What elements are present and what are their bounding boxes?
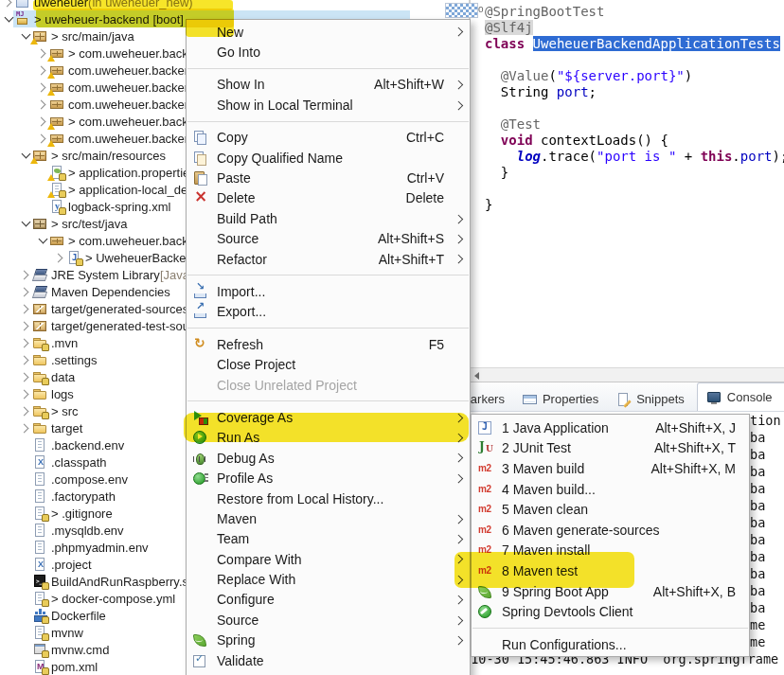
menu-item-compare-with[interactable]: Compare With: [187, 549, 470, 569]
menu-item-3-maven-build[interactable]: 3 Maven buildAlt+Shift+X, M: [472, 458, 749, 479]
chevron-collapsed-icon[interactable]: [19, 323, 32, 329]
menu-item-2-junit-test[interactable]: 2 JUnit TestAlt+Shift+X, T: [472, 438, 749, 459]
m2-icon: [477, 523, 493, 538]
editor-horizontal-scrollbar[interactable]: [469, 367, 784, 382]
chevron-collapsed-icon[interactable]: [19, 340, 32, 346]
properties-file-icon: [49, 165, 65, 180]
menu-item-show-in-local-terminal[interactable]: Show in Local Terminal: [187, 95, 470, 115]
tree-item-label: .compose.env: [51, 472, 128, 487]
lock-overlay-icon: [42, 616, 49, 624]
menu-item-source[interactable]: Source: [187, 610, 470, 630]
menu-separator: [187, 670, 470, 675]
menu-item-profile-as[interactable]: Profile As: [187, 468, 470, 488]
menu-item-team[interactable]: Team: [187, 529, 470, 549]
m2-icon: [477, 461, 493, 476]
yml-file-icon: [49, 199, 65, 214]
submenu-arrow-icon: [453, 236, 465, 242]
code-token: this: [701, 149, 733, 164]
tree-item-label: > com.uweheuer.back: [68, 115, 188, 129]
code-area[interactable]: @SpringBootTest@Slf4jclass UweheuerBacke…: [485, 4, 784, 213]
menu-item-accelerator: Ctrl+V: [407, 170, 444, 186]
menu-item-coverage-as[interactable]: Coverage As: [187, 407, 470, 427]
chevron-collapsed-icon[interactable]: [19, 357, 32, 364]
chevron-collapsed-icon[interactable]: [19, 391, 32, 398]
spring-leaf-icon: [192, 632, 208, 648]
chevron-expanded-icon[interactable]: [19, 222, 32, 225]
menu-item-go-into[interactable]: Go Into: [187, 42, 470, 62]
menu-item-restore-from-local-history[interactable]: Restore from Local History...: [187, 488, 470, 508]
java-editor[interactable]: @SpringBootTest@Slf4jclass UweheuerBacke…: [469, 0, 784, 367]
menu-item-label: Profile As: [217, 471, 453, 486]
chevron-expanded-icon[interactable]: [36, 239, 49, 242]
menu-item-refactor[interactable]: RefactorAlt+Shift+T: [187, 249, 470, 269]
tree-item-label: > docker-compose.yml: [51, 592, 175, 606]
lock-overlay-icon: [42, 412, 49, 419]
tree-item-label: > application.propertie: [68, 166, 189, 180]
tree-item-label: JRE System Library: [51, 268, 160, 282]
menu-item-9-spring-boot-app[interactable]: 9 Spring Boot AppAlt+Shift+X, B: [472, 581, 749, 602]
menu-item-source[interactable]: SourceAlt+Shift+S: [187, 229, 470, 249]
chevron-collapsed-icon[interactable]: [2, 0, 15, 6]
tree-item-label: .backend.env: [51, 438, 124, 453]
menu-item-copy[interactable]: CopyCtrl+C: [187, 128, 470, 148]
tree-item-label: BuildAndRunRaspberry.sh: [51, 575, 195, 589]
tab-label: Snippets: [636, 392, 685, 406]
chevron-collapsed-icon[interactable]: [19, 306, 32, 312]
tab-label: Console: [727, 390, 773, 404]
menu-item-show-in[interactable]: Show InAlt+Shift+W: [187, 75, 470, 95]
menu-item-label: Replace With: [217, 572, 453, 587]
menu-item-refresh[interactable]: RefreshF5: [187, 334, 470, 354]
menu-item-1-java-application[interactable]: 1 Java ApplicationAlt+Shift+X, J: [472, 417, 749, 438]
menu-item-delete[interactable]: DeleteDelete: [187, 188, 470, 208]
tree-item-label: pom.xml: [51, 660, 98, 674]
menu-item-label: Go Into: [217, 44, 453, 60]
tab-properties[interactable]: Properties: [513, 387, 607, 411]
menu-item-run-as[interactable]: Run As: [187, 428, 470, 448]
chevron-collapsed-icon[interactable]: [19, 289, 32, 295]
menu-item-copy-qualified-name[interactable]: Copy Qualified Name: [187, 148, 470, 168]
scroll-left-arrow-icon[interactable]: [474, 372, 479, 380]
code-token: }: [485, 197, 492, 212]
delete-icon: [192, 190, 208, 205]
menu-item-maven[interactable]: Maven: [187, 508, 470, 528]
menu-item-4-maven-build[interactable]: 4 Maven build...: [472, 479, 749, 500]
menu-item-label: Run Configurations...: [502, 637, 744, 652]
menu-item-5-maven-clean[interactable]: 5 Maven clean: [472, 499, 749, 520]
menu-item-debug-as[interactable]: Debug As: [187, 448, 470, 468]
menu-item-new[interactable]: New: [187, 22, 470, 42]
menu-icon-placeholder: [192, 357, 213, 372]
menu-item-import[interactable]: Import...: [187, 281, 470, 301]
menu-item-close-project[interactable]: Close Project: [187, 354, 470, 374]
chevron-expanded-icon[interactable]: [2, 17, 15, 21]
chevron-collapsed-icon[interactable]: [36, 101, 49, 108]
menu-item-6-maven-generate-sources[interactable]: 6 Maven generate-sources: [472, 520, 749, 541]
menu-item-spring[interactable]: Spring: [187, 631, 470, 650]
menu-item-spring-devtools-client[interactable]: Spring Devtools Client: [472, 601, 749, 622]
menu-item-7-maven-install[interactable]: 7 Maven install: [472, 541, 749, 561]
lock-overlay-icon: [42, 633, 49, 641]
menu-item-replace-with[interactable]: Replace With: [187, 569, 470, 589]
menu-item-configure[interactable]: Configure: [187, 590, 470, 610]
submenu-arrow-icon: [453, 435, 465, 441]
tab-snippets[interactable]: Snippets: [607, 387, 693, 411]
chevron-collapsed-icon[interactable]: [19, 374, 32, 381]
menu-item-paste[interactable]: PasteCtrl+V: [187, 168, 470, 187]
menu-item-validate[interactable]: Validate: [187, 650, 470, 670]
menu-item-run-configurations[interactable]: Run Configurations...: [472, 634, 749, 655]
menu-item-8-maven-test[interactable]: 8 Maven test: [472, 560, 749, 581]
tree-item-uweheuer[interactable]: uweheuer (in uweheuer_new): [0, 0, 468, 10]
chevron-collapsed-icon[interactable]: [19, 425, 32, 432]
menu-item-export[interactable]: Export...: [187, 302, 470, 322]
shell-file-icon: [32, 574, 48, 589]
chevron-collapsed-icon[interactable]: [19, 272, 32, 278]
menu-icon-placeholder: [192, 77, 213, 92]
chevron-collapsed-icon[interactable]: [53, 255, 66, 261]
menu-item-close-unrelated-project[interactable]: Close Unrelated Project: [187, 375, 470, 395]
tree-item-label: > src/main/java: [51, 29, 134, 44]
tab-console[interactable]: Console×: [697, 382, 784, 411]
menu-icon-placeholder: [192, 252, 213, 267]
menu-item-build-path[interactable]: Build Path: [187, 208, 470, 228]
chevron-collapsed-icon[interactable]: [19, 408, 32, 415]
menu-item-accelerator: Alt+Shift+W: [374, 77, 444, 92]
warn-overlay-icon: [47, 140, 55, 147]
